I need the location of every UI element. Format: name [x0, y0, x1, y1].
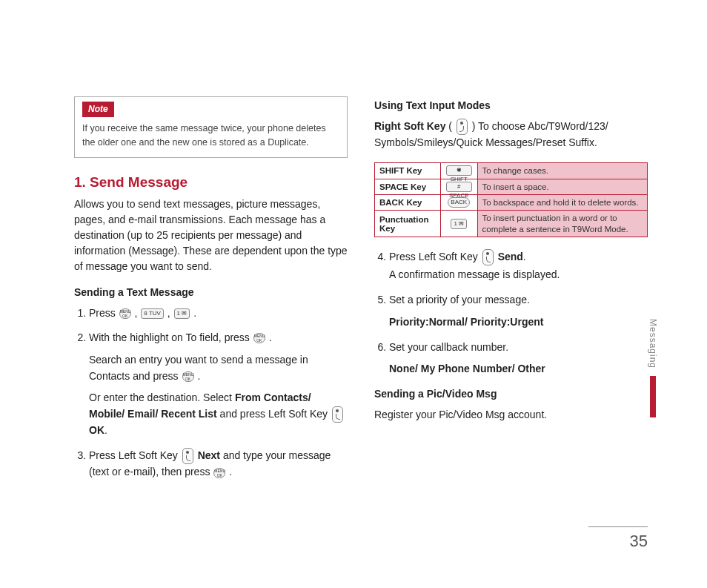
step-4: Press Left Soft Key Send. A confirmation… [389, 249, 648, 283]
steps-list-right: Press Left Soft Key Send. A confirmation… [374, 249, 648, 377]
text: . [197, 370, 200, 382]
steps-list-left: Press MENUOK , 8 TUV , 1 ✉ . With the hi… [74, 305, 348, 480]
two-columns: Note If you receive the same message twi… [74, 96, 648, 489]
key-1-icon: 1 ✉ [174, 308, 190, 319]
step-5: Set a priority of your message. Priority… [389, 292, 648, 330]
back-key-icon: BACK [448, 197, 470, 208]
footer-rule [588, 526, 648, 527]
key-icon-cell: # SPACE [441, 179, 478, 194]
menu-ok-icon: MENUOK [253, 333, 265, 343]
text: With the highlight on To field, press [89, 331, 253, 343]
key-desc: To insert punctuation in a word or to co… [477, 211, 647, 237]
side-marker [650, 376, 656, 417]
step-3: Press Left Soft Key Next and type your m… [89, 448, 348, 480]
send-text: Send [498, 251, 523, 262]
step-4-sub: A confirmation message is displayed. [389, 267, 648, 283]
left-soft-key-icon [182, 448, 193, 464]
right-column: Using Text Input Modes Right Soft Key ( … [374, 96, 648, 489]
left-soft-key-icon [482, 249, 494, 265]
key-icon-cell: BACK [441, 195, 478, 211]
label: Right Soft Key [374, 120, 445, 132]
text: Press Left Soft Key [389, 251, 481, 262]
step-2-sub1: Search an entry you want to send a messa… [89, 352, 348, 384]
footer: 35 [588, 526, 648, 551]
space-key-icon: # SPACE [446, 182, 472, 192]
next-text: Next [198, 449, 220, 461]
side-tab: Messaging [648, 319, 658, 417]
text: Or enter the destination. Select [89, 392, 235, 403]
step-2: With the highlight on To field, press ME… [89, 330, 348, 439]
pic-video-text: Register your Pic/Video Msg account. [374, 407, 648, 423]
step-2-sub2: Or enter the destination. Select From Co… [89, 390, 348, 439]
text: . [104, 424, 107, 436]
shift-key-icon: ✱ SHIFT [446, 165, 472, 176]
table-row: SPACE Key # SPACE To insert a space. [375, 179, 648, 194]
page-number: 35 [588, 532, 648, 551]
text: , [167, 307, 173, 319]
step-1: Press MENUOK , 8 TUV , 1 ✉ . [89, 305, 348, 322]
section-intro: Allows you to send text messages, pictur… [74, 196, 348, 274]
text: Press Left Soft Key [89, 449, 181, 461]
text: . [523, 251, 526, 262]
section-heading: 1. Send Message [74, 174, 348, 191]
text: ( [448, 120, 455, 132]
side-label: Messaging [648, 319, 658, 369]
table-row: BACK Key BACK To backspace and hold it t… [375, 195, 648, 211]
text: . [269, 331, 272, 343]
step-6: Set your callback number. None/ My Phone… [389, 340, 648, 377]
key-table: SHIFT Key ✱ SHIFT To change cases. SPACE… [374, 162, 648, 237]
right-soft-key-para: Right Soft Key ( ) To choose Abc/T9Word/… [374, 119, 648, 151]
key-icon-cell: 1 ✉ [441, 211, 478, 237]
key-name: BACK Key [375, 195, 441, 211]
key-desc: To change cases. [477, 163, 647, 179]
text: . [229, 466, 232, 478]
menu-ok-icon: MENUOK [213, 468, 225, 478]
key-desc: To insert a space. [477, 179, 647, 194]
note-text: If you receive the same message twice, y… [82, 122, 339, 150]
table-row: Punctuation Key 1 ✉ To insert punctuatio… [375, 211, 648, 237]
punctuation-key-icon: 1 ✉ [451, 219, 467, 229]
ok-text: OK [89, 424, 104, 436]
text: Press [89, 307, 119, 319]
subhead-pic-video: Sending a Pic/Video Msg [374, 388, 648, 400]
text: Set a priority of your message. [389, 294, 530, 305]
menu-ok-icon: MENUOK [119, 308, 131, 319]
menu-ok-icon: MENUOK [182, 371, 194, 382]
text: , [135, 307, 141, 319]
note-box: Note If you receive the same message twi… [74, 96, 348, 158]
subhead-sending-text: Sending a Text Message [74, 286, 348, 298]
key-desc: To backspace and hold it to delete words… [477, 195, 647, 211]
key-name: SPACE Key [375, 179, 441, 194]
right-soft-key-icon [457, 119, 468, 135]
key-icon-cell: ✱ SHIFT [441, 163, 478, 179]
subhead-input-modes: Using Text Input Modes [374, 99, 648, 111]
manual-page: Note If you receive the same message twi… [0, 0, 707, 588]
priority-options: Priority:Normal/ Priority:Urgent [389, 314, 648, 331]
left-soft-key-icon [332, 406, 343, 423]
text: and press Left Soft Key [220, 408, 331, 420]
text: . [193, 307, 196, 319]
key-8-icon: 8 TUV [141, 308, 164, 319]
left-column: Note If you receive the same message twi… [74, 96, 348, 489]
key-name: Punctuation Key [375, 211, 441, 237]
callback-options: None/ My Phone Number/ Other [389, 361, 648, 377]
note-tag: Note [82, 102, 114, 117]
text: Set your callback number. [389, 341, 508, 353]
key-name: SHIFT Key [375, 163, 441, 179]
table-row: SHIFT Key ✱ SHIFT To change cases. [375, 163, 648, 179]
